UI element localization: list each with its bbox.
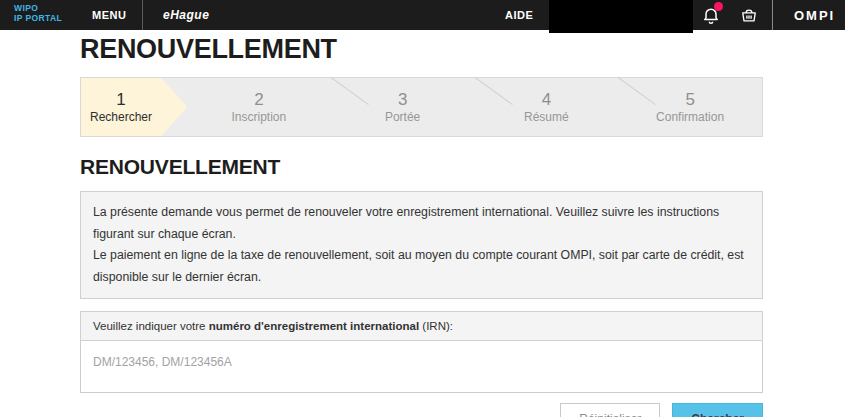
step-resume[interactable]: 4 Résumé bbox=[475, 78, 619, 136]
step-portee[interactable]: 3 Portée bbox=[331, 78, 475, 136]
step-number: 2 bbox=[254, 89, 263, 110]
step-label: Confirmation bbox=[656, 110, 724, 126]
header-divider bbox=[772, 0, 773, 30]
basket-icon bbox=[739, 11, 759, 28]
instructions-box: La présente demande vous permet de renou… bbox=[80, 191, 763, 299]
form-actions: Réinitialiser Chercher bbox=[80, 403, 763, 417]
step-rechercher[interactable]: 1 Rechercher bbox=[81, 78, 187, 136]
irn-field-label: Veuillez indiquer votre numéro d'enregis… bbox=[80, 311, 763, 341]
page-title: RENOUVELLEMENT bbox=[80, 34, 763, 65]
menu-button[interactable]: MENU bbox=[92, 0, 126, 30]
step-number: 5 bbox=[685, 89, 694, 110]
step-number: 1 bbox=[116, 89, 125, 110]
irn-label-suffix: (IRN): bbox=[419, 320, 453, 332]
instructions-paragraph-2: Le paiement en ligne de la taxe de renou… bbox=[93, 245, 750, 288]
irn-label-prefix: Veuillez indiquer votre bbox=[93, 320, 209, 332]
irn-input[interactable] bbox=[80, 341, 763, 393]
notifications-button[interactable] bbox=[701, 5, 721, 25]
step-label: Résumé bbox=[524, 110, 569, 126]
notification-badge bbox=[714, 2, 723, 11]
wizard-stepper: 1 Rechercher 2 Inscription 3 Portée 4 Ré… bbox=[80, 77, 763, 137]
irn-search-panel: Veuillez indiquer votre numéro d'enregis… bbox=[80, 311, 763, 393]
search-button[interactable]: Chercher bbox=[672, 403, 763, 417]
wipo-logo-line2: IP PORTAL bbox=[14, 14, 62, 24]
basket-button[interactable] bbox=[739, 5, 759, 25]
step-number: 3 bbox=[398, 89, 407, 110]
app-name-ehague: eHague bbox=[163, 0, 209, 30]
irn-label-bold: numéro d'enregistrement international bbox=[209, 320, 419, 332]
step-inscription[interactable]: 2 Inscription bbox=[187, 78, 331, 136]
step-label: Portée bbox=[385, 110, 420, 126]
step-number: 4 bbox=[542, 89, 551, 110]
reset-button[interactable]: Réinitialiser bbox=[560, 403, 660, 417]
step-confirmation[interactable]: 5 Confirmation bbox=[618, 78, 762, 136]
main-content: RENOUVELLEMENT 1 Rechercher 2 Inscriptio… bbox=[80, 30, 763, 417]
wipo-ip-portal-logo[interactable]: WIPO IP PORTAL bbox=[14, 4, 62, 24]
top-nav-bar: WIPO IP PORTAL MENU eHague AIDE OMPI bbox=[0, 0, 845, 30]
aide-button[interactable]: AIDE bbox=[505, 0, 533, 30]
header-divider bbox=[142, 0, 143, 30]
redacted-user-info bbox=[549, 0, 693, 33]
step-label: Rechercher bbox=[90, 110, 152, 126]
instructions-paragraph-1: La présente demande vous permet de renou… bbox=[93, 202, 750, 245]
bell-icon bbox=[701, 11, 721, 28]
ompi-logo[interactable]: OMPI bbox=[794, 0, 835, 30]
step-label: Inscription bbox=[232, 110, 287, 126]
section-heading: RENOUVELLEMENT bbox=[80, 155, 763, 179]
